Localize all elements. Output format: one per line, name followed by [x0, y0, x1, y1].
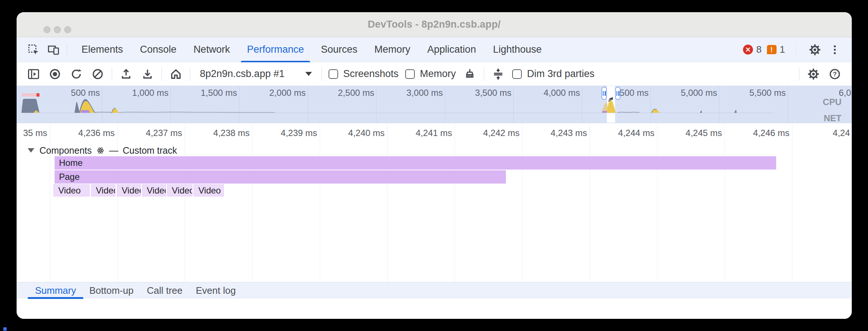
details-tabbar: SummaryBottom-upCall treeEvent log: [17, 282, 852, 299]
ruler-time-label: 4,24: [833, 128, 850, 138]
track-bar-video[interactable]: Video: [117, 184, 141, 196]
kebab-menu-icon[interactable]: [827, 42, 842, 57]
chart-gridline: [185, 123, 185, 282]
track-bar-page[interactable]: Page: [55, 170, 506, 184]
window-title: DevTools - 8p2n9n.csb.app/: [368, 19, 500, 30]
chart-gridline: [455, 123, 455, 282]
chevron-down-icon: [305, 72, 312, 76]
disclosure-triangle-icon[interactable]: [28, 148, 34, 153]
download-profile-icon[interactable]: [140, 67, 155, 81]
help-icon[interactable]: ?: [827, 67, 842, 81]
ruler-time-label: 4,242 ms: [483, 128, 520, 138]
dim-3rd-parties-checkbox[interactable]: Dim 3rd parties: [512, 68, 594, 80]
ruler-time-label: 4,241 ms: [416, 128, 452, 138]
divider: [799, 67, 799, 81]
screenshots-checkbox[interactable]: Screenshots: [329, 68, 399, 80]
flame-chart-area[interactable]: 35 ms4,236 ms4,237 ms4,238 ms4,239 ms4,2…: [17, 123, 852, 282]
ruler-time-label: 35 ms: [23, 128, 47, 138]
overview-time-label: 6,0: [839, 88, 851, 98]
chart-gridline: [387, 123, 388, 282]
ruler-time-label: 4,239 ms: [281, 128, 317, 138]
devtools-window: DevTools - 8p2n9n.csb.app/ ElementsConso…: [17, 12, 852, 319]
tab-console[interactable]: Console: [132, 37, 185, 62]
tab-sources[interactable]: Sources: [312, 37, 366, 62]
track-dash: —: [109, 145, 118, 156]
divider: [796, 43, 796, 56]
track-bar-video[interactable]: Video: [142, 184, 166, 196]
zoom-button[interactable]: [64, 26, 71, 33]
track-bar-video[interactable]: Video: [194, 184, 224, 196]
track-bar-home[interactable]: Home: [55, 156, 776, 170]
checkbox-unchecked[interactable]: [405, 69, 415, 79]
tab-application[interactable]: Application: [419, 37, 485, 62]
tab-elements[interactable]: Elements: [73, 37, 132, 62]
overview-time-label: 500 ms: [71, 88, 100, 98]
reload-record-icon[interactable]: [69, 67, 84, 81]
panel-tabbar: ElementsConsoleNetworkPerformanceSources…: [17, 37, 852, 62]
checkbox-unchecked[interactable]: [512, 69, 522, 79]
issue-count: 1: [780, 44, 785, 55]
overview-time-label: 5,500 ms: [749, 88, 786, 98]
capture-settings-gear-icon[interactable]: [806, 67, 821, 81]
tab-lighthouse[interactable]: Lighthouse: [485, 37, 550, 62]
svg-text:?: ?: [833, 70, 837, 78]
overview-time-label: 1,500 ms: [201, 88, 237, 98]
checkbox-unchecked[interactable]: [329, 69, 338, 79]
overview-time-label: 2,500 ms: [338, 88, 374, 98]
console-error-badge[interactable]: 8: [743, 44, 761, 55]
track-bar-video[interactable]: Video: [167, 184, 192, 196]
settings-gear-icon[interactable]: [808, 42, 822, 57]
ruler-time-label: 4,243 ms: [551, 128, 587, 138]
chart-gridline: [320, 123, 320, 282]
titlebar: DevTools - 8p2n9n.csb.app/: [17, 12, 852, 37]
collapse-icon[interactable]: [491, 67, 506, 81]
home-icon[interactable]: [169, 67, 183, 81]
divider: [190, 67, 190, 81]
minimize-button[interactable]: [54, 26, 61, 33]
garbage-collect-icon[interactable]: [462, 67, 477, 81]
record-icon[interactable]: [48, 67, 62, 81]
track-bar-video[interactable]: Video: [53, 184, 90, 196]
background-fragment: [3, 327, 7, 331]
track-title: Components: [39, 145, 92, 156]
ruler-time-label: 4,236 ms: [78, 128, 115, 138]
ruler-time-label: 4,246 ms: [753, 128, 789, 138]
overview-time-label: 500 ms: [619, 88, 649, 98]
target-label: 8p2n9n.csb.app #1: [200, 68, 285, 80]
detail-tab-call-tree[interactable]: Call tree: [140, 282, 189, 299]
issues-badge[interactable]: ! 1: [767, 44, 785, 55]
target-selector[interactable]: 8p2n9n.csb.app #1: [197, 68, 315, 80]
components-track-header[interactable]: Components — Custom track: [28, 144, 177, 156]
memory-checkbox[interactable]: Memory: [405, 68, 456, 80]
dock-side-icon[interactable]: [26, 67, 41, 81]
tab-performance[interactable]: Performance: [239, 37, 313, 62]
chart-gridline: [522, 123, 522, 282]
clear-icon[interactable]: [90, 67, 105, 81]
detail-tab-bottom-up[interactable]: Bottom-up: [83, 282, 140, 299]
chart-gridline: [252, 123, 253, 282]
tab-memory[interactable]: Memory: [366, 37, 419, 62]
divider: [322, 67, 322, 81]
ruler-time-label: 4,245 ms: [685, 128, 722, 138]
memory-label: Memory: [420, 68, 456, 80]
timeline-overview[interactable]: 500 ms1,000 ms1,500 ms2,000 ms2,500 ms3,…: [17, 86, 852, 123]
tab-network[interactable]: Network: [185, 37, 239, 62]
overview-time-label: 5,000 ms: [681, 88, 717, 98]
chart-gridline: [725, 123, 725, 282]
inspect-icon[interactable]: [26, 42, 41, 57]
selection-handle-left[interactable]: [601, 87, 607, 100]
device-toolbar-icon[interactable]: [46, 42, 61, 57]
track-bar-video[interactable]: Video: [91, 184, 115, 196]
selection-handle-right[interactable]: [615, 87, 621, 100]
track-subtitle: Custom track: [123, 145, 177, 156]
chart-gridline: [792, 123, 792, 282]
ruler-time-label: 4,244 ms: [618, 128, 655, 138]
atom-icon: [96, 146, 105, 155]
detail-tab-summary[interactable]: Summary: [28, 282, 83, 299]
overview-time-label: 3,000 ms: [406, 88, 443, 98]
divider: [484, 67, 484, 81]
divider: [112, 67, 112, 81]
upload-profile-icon[interactable]: [119, 67, 133, 81]
close-button[interactable]: [44, 26, 51, 33]
detail-tab-event-log[interactable]: Event log: [189, 282, 242, 299]
